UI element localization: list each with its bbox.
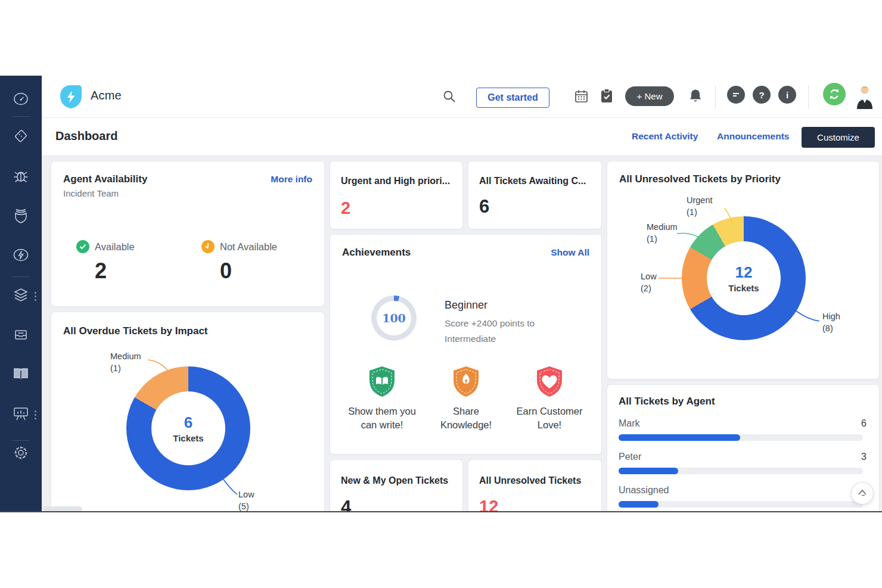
card-title: All Tickets Awaiting C... — [479, 176, 586, 186]
sidebar-item-admin[interactable] — [9, 442, 33, 466]
bar-label: Unassigned — [619, 485, 669, 496]
board-chart-icon — [13, 406, 29, 424]
heart-badge-icon — [535, 389, 564, 399]
scroll-to-top-button[interactable] — [851, 482, 874, 505]
sidebar-item-releases[interactable] — [9, 323, 33, 347]
feedback-icon[interactable] — [727, 86, 745, 104]
badge-writing[interactable]: Show them you can write! — [334, 365, 430, 432]
show-all-link[interactable]: Show All — [551, 247, 589, 258]
page-bar: Dashboard Recent Activity Announcements … — [42, 118, 882, 156]
info-icon[interactable]: i — [778, 86, 796, 104]
badge-label: Share Knowledge! — [418, 405, 514, 432]
donut-center-value: 12 — [735, 263, 753, 282]
gear-icon — [13, 445, 29, 463]
ticket-icon — [13, 128, 29, 146]
bar-track — [619, 434, 863, 441]
sync-icon[interactable] — [823, 83, 846, 105]
card-subtitle: Incident Team — [63, 188, 119, 198]
bar-track — [619, 468, 863, 474]
announcements-link[interactable]: Announcements — [717, 131, 789, 142]
donut-center-label: Tickets — [173, 433, 203, 443]
level-label: Beginner — [445, 299, 487, 312]
bar-value: 6 — [861, 418, 867, 429]
app-window: Acme Get started + New — [0, 76, 882, 512]
not-available-label: Not Available — [220, 241, 277, 253]
bar-fill-mark — [619, 434, 740, 441]
layers-overflow-dots[interactable] — [35, 292, 37, 301]
sidebar-divider — [12, 440, 30, 441]
pen-badge-icon — [452, 389, 480, 399]
awaiting-card: All Tickets Awaiting C... 6 — [468, 161, 602, 229]
card-title: All Unresolved Tickets — [479, 475, 581, 486]
slice-label-low: Low(5) — [238, 489, 254, 511]
slice-label-urgent: Urgent(1) — [687, 194, 713, 218]
card-title: All Unresolved Tickets by Priority — [619, 173, 781, 185]
help-icon[interactable]: ? — [753, 86, 771, 104]
card-title: Achievements — [342, 247, 411, 259]
bar-label: Mark — [619, 418, 640, 429]
bar-fill-peter — [619, 468, 678, 474]
new-open-value: 4 — [341, 497, 351, 511]
clock-icon — [201, 240, 215, 253]
book-badge-icon — [368, 389, 396, 399]
score-value: 100 — [382, 312, 406, 325]
chevron-up-icon — [857, 489, 868, 499]
new-open-card: New & My Open Tickets 4 — [330, 459, 463, 511]
shield-icon — [13, 208, 29, 226]
donut-center-value: 6 — [184, 413, 192, 432]
screenshot-canvas: Acme Get started + New — [0, 0, 882, 588]
overdue-donut-chart: 6 Tickets — [126, 366, 250, 490]
brand-logo — [60, 85, 82, 109]
bar-value: 3 — [861, 452, 867, 462]
slice-label-high: High(8) — [822, 310, 840, 334]
available-stat: Available 2 — [76, 240, 135, 284]
slice-label-low: Low(2) — [641, 270, 657, 294]
available-label: Available — [95, 241, 135, 253]
slice-label-medium: Medium(1) — [647, 221, 678, 245]
clipboard-check-icon[interactable] — [600, 88, 614, 106]
bell-icon[interactable] — [688, 88, 703, 106]
calendar-icon[interactable] — [574, 89, 589, 106]
unresolved-card: All Unresolved Tickets 12 — [468, 459, 602, 511]
sidebar-divider — [12, 276, 30, 277]
sidebar-item-solutions[interactable] — [9, 284, 33, 308]
bar-track — [619, 501, 863, 508]
recent-activity-link[interactable]: Recent Activity — [632, 131, 698, 142]
card-title: New & My Open Tickets — [341, 475, 448, 486]
bug-icon — [13, 168, 29, 186]
sidebar-item-analytics[interactable] — [9, 403, 33, 427]
sidebar-item-problems[interactable] — [9, 205, 33, 229]
overdue-donut-card: All Overdue Tickets by Impact 6 Tickets … — [51, 312, 325, 511]
sidebar-item-changes[interactable] — [9, 244, 33, 268]
more-info-link[interactable]: More info — [271, 174, 312, 185]
book-icon — [13, 366, 29, 383]
analytics-overflow-dots[interactable] — [35, 410, 37, 419]
gauge-icon — [13, 92, 29, 108]
card-title: Agent Availability — [63, 173, 147, 185]
sidebar-item-knowledge-base[interactable] — [9, 363, 33, 387]
urgent-high-value: 2 — [341, 198, 350, 218]
bar-fill-unassigned — [619, 501, 659, 508]
dashboard-content: Agent Availability Incident Team More in… — [42, 156, 882, 511]
sidebar-item-dashboard[interactable] — [9, 88, 33, 112]
achievements-card: Achievements Show All 100 Beginner Score… — [330, 234, 602, 455]
search-icon[interactable] — [442, 89, 456, 106]
score-progress-ring: 100 — [371, 295, 417, 341]
topbar-divider — [808, 85, 809, 109]
sidebar-item-incidents[interactable] — [9, 165, 33, 189]
user-avatar[interactable] — [855, 84, 875, 109]
awaiting-value: 6 — [479, 196, 489, 217]
sidebar-item-tickets[interactable] — [9, 125, 33, 149]
badge-knowledge[interactable]: Share Knowledge! — [418, 365, 514, 432]
new-button[interactable]: + New — [625, 86, 674, 106]
unresolved-value: 12 — [479, 497, 498, 511]
tray-icon — [13, 326, 29, 344]
level-progress-text: Score +2400 points to Intermediate — [445, 316, 535, 347]
layers-icon — [13, 287, 29, 305]
topbar-divider — [715, 85, 716, 109]
get-started-button[interactable]: Get started — [476, 88, 549, 108]
badge-customer-love[interactable]: Earn Customer Love! — [502, 365, 597, 432]
check-circle-icon — [76, 240, 89, 253]
customize-button[interactable]: Customize — [802, 127, 875, 148]
horizontal-scrollbar-thumb[interactable] — [43, 506, 82, 511]
